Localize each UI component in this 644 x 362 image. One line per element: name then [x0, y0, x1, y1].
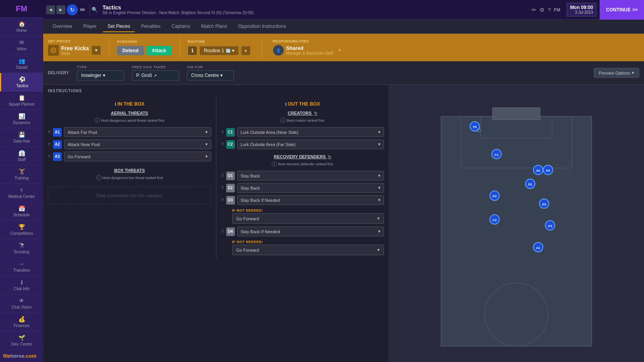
d3-dropdown[interactable]: Stay Back If Needed ▾	[237, 195, 384, 205]
type-dropdown[interactable]: Inswinger ▾	[77, 70, 124, 80]
sidebar-item-label: Club Info	[14, 287, 29, 291]
medical-icon: ⚕	[20, 187, 23, 193]
sidebar-item-home[interactable]: 🏠 Home	[0, 18, 43, 36]
help-icon[interactable]: ⚙	[540, 7, 545, 13]
drag-handle-d1[interactable]: ⠿	[221, 174, 224, 178]
sidebar-item-label: Finances	[14, 324, 30, 328]
sidebar-item-tactics[interactable]: ⚽ Tactics	[0, 73, 43, 91]
topbar-icons: ✏ ⚙ ? FM	[529, 7, 564, 13]
scenario-defend-button[interactable]: Defend	[117, 46, 144, 55]
taker-field: FREE KICK TAKER P. Groß ↗	[132, 65, 179, 80]
sidebar-item-scouting[interactable]: 🔭 Scouting	[0, 239, 43, 258]
svg-text:D2: D2	[492, 194, 497, 198]
info-icon[interactable]: ?	[548, 7, 551, 13]
routine-section: ROUTINE 1 Routine 1 🔄 ▾ +	[188, 40, 250, 55]
drag-handle-d2[interactable]: ⠿	[221, 186, 224, 190]
drag-handle-a3[interactable]: ⠿	[48, 154, 51, 159]
sidebar-item-data-hub[interactable]: 💾 Data Hub	[0, 128, 43, 147]
drag-handle-d4[interactable]: ⠿	[221, 229, 224, 234]
subnav: Overview Player Set Pieces Penalties Cap…	[43, 20, 644, 34]
recovery-row-d4: ⠿ D4 Stay Back If Needed ▾	[221, 225, 384, 238]
in-box-column: ℹ IN THE BOX AERIAL THREATS i Most dange…	[43, 97, 216, 260]
set-pieces-value: Free Kicks Wide ▾	[48, 45, 101, 56]
d4-if-not-dropdown[interactable]: Go Forward ▾	[232, 245, 384, 255]
svg-text:D4: D4	[546, 169, 551, 172]
nav-back-button[interactable]: ◀	[46, 5, 55, 14]
tab-penalties[interactable]: Penalties	[136, 21, 165, 32]
d4-dropdown[interactable]: Stay Back If Needed ▾	[237, 227, 384, 236]
taker-dropdown[interactable]: P. Groß ↗	[132, 70, 179, 80]
c1-dropdown[interactable]: Lurk Outside Area (Near Side) ▾	[237, 127, 384, 137]
d4-if-not-label: IF NOT NEEDED:	[232, 239, 384, 245]
sidebar-item-training[interactable]: 🏋 Training	[0, 165, 43, 184]
dev-centre-icon: 🌱	[18, 335, 25, 341]
c2-dropdown[interactable]: Lurk Outside Area (Far Side) ▾	[237, 139, 384, 149]
topbar-title-area: Tactics 5th in English Premier Division …	[99, 4, 529, 15]
drag-handle-d3[interactable]: ⠿	[221, 198, 224, 202]
routine-add-button[interactable]: +	[241, 46, 251, 55]
sidebar-item-club-vision[interactable]: 👁 Club Vision	[0, 294, 43, 313]
home-icon: 🏠	[18, 21, 25, 27]
set-pieces-dropdown[interactable]: ▾	[91, 46, 101, 55]
sidebar-item-label: Squad Planner	[9, 102, 35, 106]
setpieces-bar: SET PIECES Free Kicks Wide ▾ SCENARIO De…	[43, 34, 644, 61]
sidebar-item-squad-planner[interactable]: 📋 Squad Planner	[0, 91, 43, 110]
sidebar-item-transfers[interactable]: ↔ Transfers	[0, 258, 43, 276]
sidebar-item-inbox[interactable]: ✉ Inbox	[0, 36, 43, 55]
filehorse-logo: filehorse.com	[3, 353, 40, 359]
routine-dropdown[interactable]: Routine 1 🔄 ▾	[199, 46, 238, 55]
sidebar-item-competitions[interactable]: 🏆 Competitions	[0, 221, 43, 239]
sidebar-item-schedule[interactable]: 📅 Schedule	[0, 202, 43, 221]
sidebar-item-label: Competitions	[10, 231, 33, 236]
a1-dropdown[interactable]: Attack Far Post ▾	[64, 127, 211, 137]
sidebar-item-finances[interactable]: 💰 Finances	[0, 313, 43, 331]
svg-text:TK: TK	[473, 125, 477, 129]
tab-captains[interactable]: Captains	[167, 21, 195, 32]
recovery-info-icon: i	[272, 161, 277, 166]
tab-opposition[interactable]: Opposition Instructions	[233, 21, 291, 32]
sidebar-item-label: Staff	[18, 157, 26, 162]
sidebar-item-label: Dev. Centre	[11, 342, 32, 346]
svg-text:A3: A3	[548, 224, 553, 228]
resp-dropdown-button[interactable]: ▾	[338, 48, 341, 53]
sidebar-item-dynamics[interactable]: 📊 Dynamics	[0, 110, 43, 128]
scenario-attack-button[interactable]: Attack	[146, 46, 172, 55]
data-hub-icon: 💾	[18, 132, 25, 138]
badge-c1: C1	[226, 128, 235, 137]
delivery-section: DELIVERY TYPE Inswinger ▾ FREE KICK TAKE…	[43, 61, 644, 85]
sidebar-item-dev-centre[interactable]: 🌱 Dev. Centre	[0, 331, 43, 350]
aim-dropdown[interactable]: Cross Centre ▾	[187, 70, 234, 80]
drag-handle-a2[interactable]: ⠿	[48, 142, 51, 146]
a2-dropdown[interactable]: Attack Near Post ▾	[64, 139, 211, 149]
tab-match-plans[interactable]: Match Plans	[196, 21, 232, 32]
squad-planner-icon: 📋	[18, 95, 25, 101]
sidebar-item-club-info[interactable]: ℹ Club Info	[0, 276, 43, 294]
drag-handle-a1[interactable]: ⠿	[48, 130, 51, 134]
dynamics-icon: 📊	[18, 113, 25, 119]
edit-icon[interactable]: ✏	[532, 7, 536, 13]
set-pieces-name: Free Kicks	[61, 45, 89, 51]
preview-options-button[interactable]: Preview Options ▾	[594, 68, 639, 78]
d1-dropdown[interactable]: Stay Back ▾	[237, 171, 384, 181]
routine-controls: 1 Routine 1 🔄 ▾ +	[188, 46, 250, 55]
drag-handle-c1[interactable]: ⠿	[221, 130, 224, 134]
svg-text:D3: D3	[542, 203, 546, 206]
aerial-threats-label: AERIAL THREATS	[48, 110, 211, 117]
tab-overview[interactable]: Overview	[48, 21, 77, 32]
d3-if-not-dropdown[interactable]: Go Forward ▾	[232, 213, 384, 224]
nav-forward-button[interactable]: ▶	[57, 5, 65, 14]
sidebar-item-staff[interactable]: 👔 Staff	[0, 147, 43, 165]
drag-handle-c2[interactable]: ⠿	[221, 142, 224, 146]
sync-button[interactable]: ↻	[67, 4, 78, 15]
a3-dropdown[interactable]: Go Forward ▾	[64, 152, 211, 161]
sidebar-item-label: Training	[15, 176, 29, 180]
sidebar-item-squad[interactable]: 👥 Squad	[0, 55, 43, 73]
tab-set-pieces[interactable]: Set Pieces	[103, 21, 135, 32]
free-kicks-icon	[48, 45, 59, 56]
box-threats-info-icon: i	[96, 175, 101, 180]
tab-player[interactable]: Player	[79, 21, 101, 32]
d2-dropdown[interactable]: Stay Back ▾	[237, 183, 384, 193]
aerial-info-icon: i	[95, 118, 100, 123]
sidebar-item-medical[interactable]: ⚕ Medical Centre	[0, 184, 43, 202]
continue-button[interactable]: CONTINUE >>	[600, 0, 644, 20]
